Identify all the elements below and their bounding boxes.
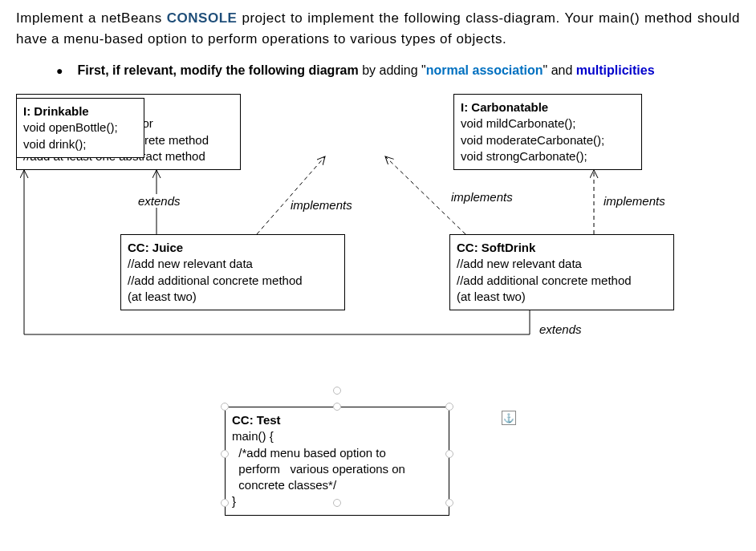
bullet-after-assoc: " and: [543, 63, 576, 77]
svg-line-1: [257, 156, 325, 234]
drinkable-title: I: Drinkable: [23, 103, 137, 120]
carbonatable-l3: void strongCarbonate();: [461, 148, 635, 164]
softdrink-l2: //add additional concrete method: [457, 273, 667, 289]
label-implements-juice: implements: [289, 198, 354, 212]
selection-handle-icon[interactable]: [445, 403, 453, 411]
uml-diagram: AC: Liquid Data: String name, color //ad…: [16, 94, 738, 535]
bullet-dot-icon: ●: [56, 64, 63, 77]
intro-seg1: Implement a netBeans: [16, 10, 167, 26]
softdrink-l3: (at least two): [457, 289, 667, 305]
test-l4: concrete classes*/: [232, 477, 442, 493]
test-l1: main() {: [232, 428, 442, 444]
juice-l2: //add additional concrete method: [128, 273, 338, 289]
selection-handle-icon[interactable]: [445, 499, 453, 507]
bullet-mult: multiplicities: [576, 63, 655, 77]
box-juice: CC: Juice //add new relevant data //add …: [120, 234, 345, 310]
intro-paragraph: Implement a netBeans CONSOLE project to …: [16, 8, 740, 49]
label-extends-softdrink: extends: [538, 322, 583, 336]
drinkable-l2: void drink();: [23, 136, 137, 152]
softdrink-title: CC: SoftDrink: [457, 240, 667, 256]
anchor-icon[interactable]: ⚓: [502, 411, 516, 425]
selection-handle-icon[interactable]: [333, 499, 341, 507]
box-carbonatable: I: Carbonatable void mildCarbonate(); vo…: [453, 94, 642, 170]
drinkable-l1: void openBottle();: [23, 120, 137, 136]
softdrink-l1: //add new relevant data: [457, 256, 667, 272]
bullet-lead: First, if relevant, modify the following…: [77, 63, 358, 77]
label-extends-juice: extends: [136, 194, 182, 208]
selection-handle-icon[interactable]: [445, 450, 453, 458]
intro-console: CONSOLE: [167, 10, 238, 26]
box-drinkable: I: Drinkable void openBottle(); void dri…: [16, 98, 144, 158]
selection-handle-icon[interactable]: [333, 403, 341, 411]
bullet-text: First, if relevant, modify the following…: [77, 63, 654, 78]
carbonatable-title: I: Carbonatable: [461, 99, 635, 115]
selection-handle-icon[interactable]: [221, 450, 229, 458]
selection-handle-icon[interactable]: [221, 403, 229, 411]
bullet-mid: by adding ": [359, 63, 426, 77]
label-implements-softdrink-carbonatable: implements: [602, 194, 667, 208]
test-title: CC: Test: [232, 412, 442, 428]
selection-handle-icon[interactable]: [221, 499, 229, 507]
carbonatable-l1: void mildCarbonate();: [461, 115, 635, 132]
juice-l3: (at least two): [128, 289, 338, 305]
box-softdrink: CC: SoftDrink //add new relevant data //…: [449, 234, 674, 310]
test-l3: perform various operations on: [232, 461, 442, 477]
juice-l1: //add new relevant data: [128, 256, 338, 272]
juice-title: CC: Juice: [128, 240, 338, 256]
bullet-line: ● First, if relevant, modify the followi…: [56, 63, 740, 78]
label-implements-softdrink-drinkable: implements: [449, 190, 514, 204]
bullet-assoc: normal association: [426, 63, 543, 77]
carbonatable-l2: void moderateCarbonate();: [461, 132, 635, 148]
test-l2: /*add menu based option to: [232, 445, 442, 461]
rotate-handle-icon[interactable]: [333, 387, 341, 395]
